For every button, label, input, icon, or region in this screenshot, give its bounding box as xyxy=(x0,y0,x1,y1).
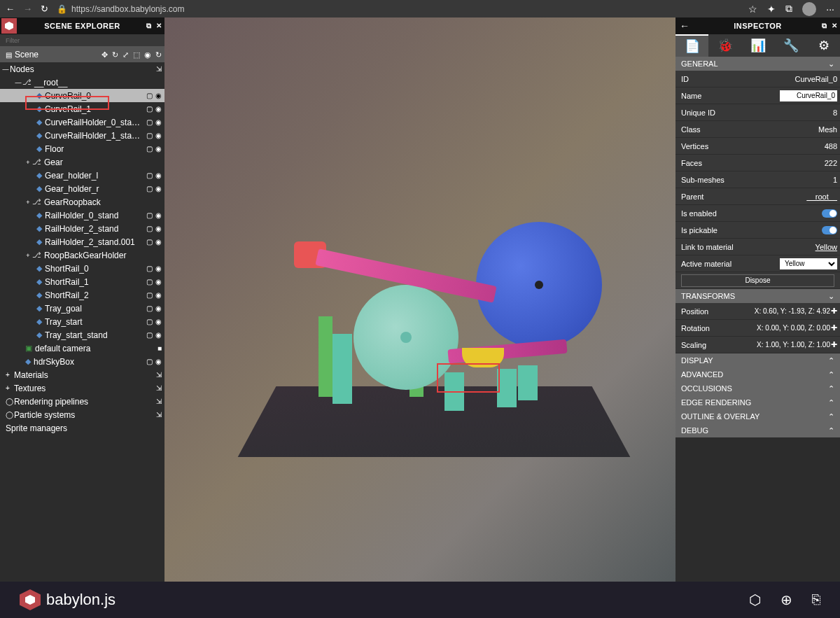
bbox-icon[interactable]: ▢ xyxy=(146,331,153,339)
visibility-icon[interactable]: ◉ xyxy=(155,171,162,179)
tree-node[interactable]: ◆Floor▢◉ xyxy=(0,142,164,155)
camera-active-icon[interactable]: ■ xyxy=(158,344,162,352)
section-advanced[interactable]: ADVANCED ⌃ xyxy=(676,367,840,381)
expand-all-icon[interactable]: ⇲ xyxy=(156,65,162,73)
visibility-icon[interactable]: ◉ xyxy=(155,145,162,153)
inspector-back-icon[interactable]: ← xyxy=(680,20,690,31)
tab-stats[interactable]: 📊 xyxy=(741,34,774,57)
tree-node[interactable]: +⎇RoopBackGearHolder xyxy=(0,248,164,262)
scale-tool-icon[interactable]: ⤢ xyxy=(122,50,129,59)
bbox-icon[interactable]: ▢ xyxy=(146,225,153,232)
bbox-icon[interactable]: ▢ xyxy=(146,145,153,153)
expand-icon[interactable]: + xyxy=(24,159,32,166)
bbox-icon[interactable]: ▢ xyxy=(146,238,153,246)
forward-icon[interactable]: → xyxy=(23,3,32,14)
material-select[interactable]: Yellow xyxy=(780,258,837,269)
bbox-icon[interactable]: ▢ xyxy=(146,171,153,179)
tree-nodes[interactable]: — Nodes ⇲ xyxy=(0,62,164,76)
tree-node[interactable]: ◆Tray_start_stand▢◉ xyxy=(0,328,164,342)
tree-node[interactable]: ◆RailHolder_2_stand▢◉ xyxy=(0,222,164,235)
tab-settings[interactable]: ⚙ xyxy=(807,34,840,57)
tab-tools[interactable]: 🔧 xyxy=(774,34,807,57)
section-edge-rendering[interactable]: EDGE RENDERING ⌃ xyxy=(676,395,840,409)
tree-node[interactable]: ◆ShortRail_1▢◉ xyxy=(0,275,164,288)
tree-node[interactable]: ◆Gear_holder_l▢◉ xyxy=(0,169,164,182)
tree-camera[interactable]: ▣ default camera ■ xyxy=(0,342,164,355)
visibility-icon[interactable]: ◉ xyxy=(155,185,162,192)
refresh-tool-icon[interactable]: ↻ xyxy=(155,50,162,59)
url-bar[interactable]: 🔒 https://sandbox.babylonjs.com xyxy=(57,4,740,14)
sphere-icon[interactable]: ⊕ xyxy=(780,591,792,608)
tree-node[interactable]: ◆Tray_goal▢◉ xyxy=(0,302,164,315)
popout-icon[interactable]: ⧉ xyxy=(146,22,152,30)
bounds-tool-icon[interactable]: ⬚ xyxy=(133,50,140,59)
category-item[interactable]: ◯ Rendering pipelines⇲ xyxy=(0,395,164,408)
category-item[interactable]: + Textures⇲ xyxy=(0,381,164,395)
section-occlusions[interactable]: OCCLUSIONS ⌃ xyxy=(676,381,840,395)
cube-icon[interactable]: ⬡ xyxy=(749,591,761,608)
tree-node[interactable]: ◆ShortRail_2▢◉ xyxy=(0,288,164,302)
tree-node[interactable]: +⎇Gear xyxy=(0,155,164,169)
expand-icon[interactable]: + xyxy=(24,252,32,259)
visibility-icon[interactable]: ◉ xyxy=(155,278,162,286)
collections-icon[interactable]: ⧉ xyxy=(785,3,792,15)
visibility-icon[interactable]: ◉ xyxy=(155,291,162,299)
tree-node[interactable]: ◆Tray_start▢◉ xyxy=(0,315,164,328)
material-link[interactable]: Yellow xyxy=(816,243,837,251)
page-icon[interactable]: ⎘ xyxy=(812,591,820,608)
section-display[interactable]: DISPLAY ⌃ xyxy=(676,353,840,367)
move-tool-icon[interactable]: ✥ xyxy=(102,50,108,59)
refresh-icon[interactable]: ↻ xyxy=(41,3,48,14)
tree-node[interactable]: ◆RailHolder_0_stand▢◉ xyxy=(0,209,164,222)
favorites-icon[interactable]: ✦ xyxy=(767,3,776,15)
star-icon[interactable]: ☆ xyxy=(748,3,757,15)
pickable-toggle[interactable] xyxy=(822,226,837,234)
expand-icon[interactable]: ⇲ xyxy=(156,411,162,419)
expand-scaling-icon[interactable]: ✚ xyxy=(831,340,837,349)
visibility-icon[interactable]: ◉ xyxy=(155,132,162,139)
visibility-icon[interactable]: ◉ xyxy=(155,318,162,325)
enabled-toggle[interactable] xyxy=(822,209,837,218)
bbox-icon[interactable]: ▢ xyxy=(146,92,153,99)
tab-properties[interactable]: 📄 xyxy=(676,34,708,57)
bbox-icon[interactable]: ▢ xyxy=(146,358,153,365)
visibility-icon[interactable]: ◉ xyxy=(155,358,162,365)
tree-root[interactable]: — ⎇ __root__ xyxy=(0,76,164,89)
expand-icon[interactable]: ⇲ xyxy=(156,398,162,405)
visibility-icon[interactable]: ◉ xyxy=(155,211,162,219)
close-icon[interactable]: ✕ xyxy=(832,22,838,30)
bbox-icon[interactable]: ▢ xyxy=(146,118,153,126)
expand-icon[interactable]: ⇲ xyxy=(156,371,162,379)
name-input[interactable] xyxy=(780,90,837,101)
tree-node[interactable]: ◆ShortRail_0▢◉ xyxy=(0,262,164,275)
section-general[interactable]: GENERAL ⌄ xyxy=(676,57,840,71)
visibility-icon[interactable]: ◉ xyxy=(155,238,162,246)
tree-node[interactable]: ◆CurveRail_1▢◉ xyxy=(0,102,164,115)
expand-position-icon[interactable]: ✚ xyxy=(831,307,837,316)
scene-row[interactable]: ▤ Scene ✥ ↻ ⤢ ⬚ ◉ ↻ xyxy=(0,47,164,62)
popout-icon[interactable]: ⧉ xyxy=(822,22,827,30)
section-debug[interactable]: DEBUG ⌃ xyxy=(676,423,840,437)
3d-viewport[interactable] xyxy=(164,17,676,582)
visibility-icon[interactable]: ◉ xyxy=(155,92,162,99)
bbox-icon[interactable]: ▢ xyxy=(146,185,153,192)
tree-node[interactable]: ◆Gear_holder_r▢◉ xyxy=(0,182,164,195)
bbox-icon[interactable]: ▢ xyxy=(146,105,153,113)
collapse-icon[interactable]: — xyxy=(14,79,22,86)
visibility-icon[interactable]: ◉ xyxy=(155,265,162,272)
tree-node[interactable]: +⎇GearRoopback xyxy=(0,195,164,209)
tree-skybox[interactable]: ◆ hdrSkyBox ▢ ◉ xyxy=(0,355,164,368)
visibility-icon[interactable]: ◉ xyxy=(155,304,162,312)
visibility-icon[interactable]: ◉ xyxy=(155,225,162,232)
visibility-icon[interactable]: ◉ xyxy=(155,118,162,126)
bbox-icon[interactable]: ▢ xyxy=(146,211,153,219)
bbox-icon[interactable]: ▢ xyxy=(146,291,153,299)
section-outline-overlay[interactable]: OUTLINE & OVERLAY ⌃ xyxy=(676,409,840,423)
bbox-icon[interactable]: ▢ xyxy=(146,265,153,272)
collapse-icon[interactable]: — xyxy=(1,66,10,73)
tree-node[interactable]: ◆CurveRail_0▢◉ xyxy=(0,89,164,102)
bbox-icon[interactable]: ▢ xyxy=(146,304,153,312)
bbox-icon[interactable]: ▢ xyxy=(146,132,153,139)
close-icon[interactable]: ✕ xyxy=(156,22,162,30)
visibility-icon[interactable]: ◉ xyxy=(155,105,162,113)
